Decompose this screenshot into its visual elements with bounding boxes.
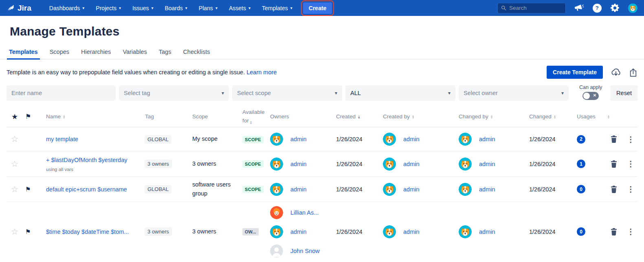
created-by-link[interactable]: admin — [403, 161, 420, 167]
changed-date: 1/26/2024 — [529, 161, 573, 167]
flag-header-icon[interactable]: ⚑ — [25, 113, 41, 120]
search-input[interactable] — [509, 5, 562, 11]
chevron-down-icon: ▾ — [290, 6, 292, 10]
template-name-link[interactable]: $time $today $dateTime $tom... — [46, 229, 129, 235]
help-icon[interactable]: ? — [592, 3, 602, 13]
template-name-link[interactable]: my template — [46, 136, 78, 142]
nav-item-dashboards[interactable]: Dashboards▾ — [45, 3, 89, 13]
owner-avatar — [270, 183, 283, 196]
sort-icon: ▲▼ — [607, 115, 610, 119]
available-for-badge: SCOPE — [242, 186, 264, 193]
header-changed[interactable]: Changed▲▼ — [529, 113, 573, 120]
name-filter-input[interactable] — [11, 90, 111, 96]
owner-avatar — [270, 206, 283, 219]
nav-item-projects[interactable]: Projects▾ — [92, 3, 125, 13]
nav-item-templates[interactable]: Templates▾ — [258, 3, 297, 13]
header-created-by[interactable]: Created by▲▼ — [380, 113, 456, 120]
changed-by-link[interactable]: admin — [479, 136, 495, 142]
created-by-link[interactable]: admin — [403, 229, 420, 235]
export-icon[interactable] — [629, 68, 637, 77]
nav-item-issues[interactable]: Issues▾ — [128, 3, 158, 13]
tag-filter-select[interactable]: Select tag▾ — [119, 85, 229, 101]
tab-templates[interactable]: Templates — [9, 46, 38, 59]
owner-link[interactable]: admin — [290, 229, 307, 235]
header-changed-by[interactable]: Changed by▲▼ — [456, 113, 529, 120]
header-usages[interactable]: Usages▲▼ — [573, 113, 604, 120]
jira-logo[interactable]: Jira — [7, 4, 31, 13]
import-cloud-download-icon[interactable] — [611, 67, 621, 77]
available-for-badge: OW... — [242, 228, 259, 235]
tag-badge: 3 owners — [145, 160, 172, 168]
create-template-button[interactable]: Create Template — [547, 66, 603, 79]
chevron-down-icon: ▾ — [335, 90, 337, 96]
delete-trash-icon[interactable] — [611, 135, 617, 143]
header-name[interactable]: Name▲▼ — [41, 113, 142, 120]
toggle-knob — [583, 93, 590, 99]
chevron-down-icon: ▾ — [185, 6, 187, 10]
owner-avatar — [270, 244, 283, 258]
tab-scopes[interactable]: Scopes — [49, 46, 70, 59]
header-created[interactable]: Created▲▼ — [334, 113, 380, 120]
template-name-link[interactable]: default epic+scrum $username — [46, 186, 127, 193]
tab-hierarchies[interactable]: Hierarchies — [81, 46, 111, 59]
flag-icon[interactable]: ⚑ — [25, 186, 41, 193]
top-nav: Jira Dashboards▾ Projects▾ Issues▾ Board… — [0, 0, 644, 16]
kebab-menu-icon[interactable]: ⋮ — [627, 135, 635, 144]
changed-by-link[interactable]: admin — [479, 186, 495, 193]
chevron-down-icon: ▾ — [248, 6, 251, 10]
table-header: ★ ⚑ Name▲▼ Tag Scope Available for▲▼ Own… — [7, 106, 637, 127]
usages-badge: 0 — [577, 185, 585, 193]
tab-checklists[interactable]: Checklists — [182, 46, 210, 59]
can-apply-label: Can apply — [579, 84, 602, 90]
created-by-link[interactable]: admin — [403, 136, 420, 142]
owner-avatar — [270, 133, 283, 146]
tab-variables[interactable]: Variables — [122, 46, 147, 59]
tab-bar: Templates Scopes Hierarchies Variables T… — [0, 46, 644, 60]
owner-link[interactable]: Lillian As... — [290, 209, 319, 216]
star-icon[interactable]: ☆ — [11, 159, 19, 169]
delete-trash-icon[interactable] — [611, 160, 617, 168]
nav-search[interactable] — [497, 3, 566, 13]
owner-filter-select[interactable]: Select owner▾ — [459, 85, 569, 101]
available-for-badge: SCOPE — [242, 160, 264, 168]
star-header-icon[interactable]: ★ — [11, 112, 18, 121]
delete-trash-icon[interactable] — [611, 228, 617, 235]
page-description: Template is an easy way to prepopulate f… — [7, 69, 277, 75]
scope-filter-select[interactable]: Select scope▾ — [232, 85, 342, 101]
learn-more-link[interactable]: Learn more — [246, 69, 277, 75]
changed-by-avatar — [459, 158, 472, 171]
settings-gear-icon[interactable] — [610, 3, 620, 13]
kebab-menu-icon[interactable]: ⋮ — [627, 227, 635, 236]
created-by-link[interactable]: admin — [403, 186, 420, 193]
owner-link[interactable]: admin — [290, 161, 307, 167]
create-button[interactable]: Create — [303, 2, 332, 14]
reset-button[interactable]: Reset — [611, 85, 637, 101]
owner-link[interactable]: John Snow — [290, 248, 320, 254]
can-apply-toggle[interactable]: ✕ — [582, 92, 599, 100]
nav-item-plans[interactable]: Plans▾ — [195, 3, 222, 13]
created-date: 1/26/2024 — [334, 186, 380, 193]
usages-badge: 0 — [577, 227, 585, 236]
template-name-link[interactable]: + $lastDayOfMonth $yesterday — [46, 157, 127, 163]
nav-item-assets[interactable]: Assets▾ — [225, 3, 255, 13]
header-available-for[interactable]: Available for▲▼ — [242, 108, 267, 125]
owner-link[interactable]: admin — [290, 136, 307, 142]
star-icon[interactable]: ☆ — [11, 227, 19, 237]
star-icon[interactable]: ☆ — [11, 184, 19, 194]
changed-by-link[interactable]: admin — [479, 161, 495, 167]
announcements-icon[interactable] — [574, 3, 584, 13]
star-icon[interactable]: ☆ — [11, 134, 19, 144]
tab-tags[interactable]: Tags — [158, 46, 172, 59]
kebab-menu-icon[interactable]: ⋮ — [627, 159, 635, 169]
changed-by-link[interactable]: admin — [479, 229, 495, 235]
user-avatar[interactable] — [628, 3, 637, 13]
project-filter-select[interactable]: ALL▾ — [345, 85, 455, 101]
changed-by-avatar — [459, 225, 472, 238]
owner-link[interactable]: admin — [290, 186, 307, 193]
nav-item-boards[interactable]: Boards▾ — [160, 3, 191, 13]
kebab-menu-icon[interactable]: ⋮ — [627, 184, 635, 194]
tag-badge: 3 owners — [145, 227, 172, 236]
flag-icon[interactable]: ⚑ — [25, 228, 41, 235]
changed-date: 1/26/2024 — [529, 186, 573, 193]
delete-trash-icon[interactable] — [611, 186, 617, 193]
